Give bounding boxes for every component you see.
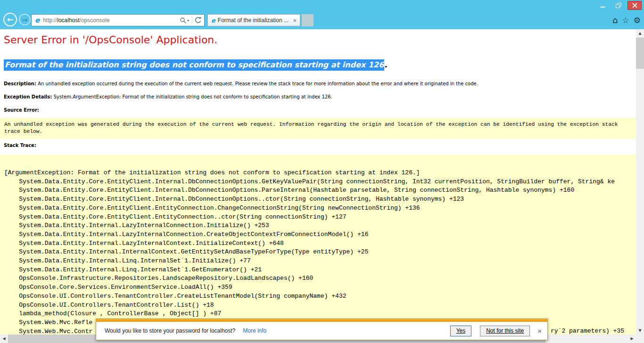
notification-close-icon[interactable]: × [537,327,542,335]
description-text: An unhandled exception occurred during t… [38,81,478,86]
browser-window: ← → e http://localhost/opsconsole ▾ [0,0,644,343]
favorites-star-icon[interactable]: ☆ [622,16,629,24]
scroll-left-icon[interactable]: ◀ [0,335,8,343]
ie-favicon-icon: e [35,17,40,24]
url-path: /opsconsole [80,17,110,24]
tools-gear-icon[interactable]: ⚙ [634,16,641,24]
url-host: localhost [57,17,79,24]
close-icon [632,3,637,8]
notification-content: Would you like to store your password fo… [96,322,547,340]
exception-details-text: System.ArgumentException: Format of the … [54,94,332,99]
new-tab-button[interactable] [302,14,314,26]
vertical-scrollbar-thumb[interactable] [636,38,644,69]
notification-message: Would you like to store your password fo… [105,327,235,334]
stack-trace-right-fragment: ry`2 parameters) +35 [551,327,624,335]
url-text: http://localhost/opsconsole [43,17,109,24]
source-error-label: Source Error: [4,107,39,113]
description-label: Description: [4,81,38,86]
yes-button[interactable]: Yes [450,326,472,336]
source-error-box: An unhandled exception was generated dur… [0,118,636,139]
password-notification-bar: Would you like to store your password fo… [96,318,548,340]
error-message-period: . [384,60,387,69]
not-for-this-site-button[interactable]: Not for this site [480,326,530,336]
tab-title: Format of the initialization ... [218,17,290,24]
browser-chrome: ← → e http://localhost/opsconsole ▾ [0,0,644,29]
error-message-selected-text: Format of the initialization string does… [4,59,384,71]
description-line: Description: An unhandled exception occu… [4,81,478,86]
tab-favicon-icon: e [211,17,215,24]
restore-button[interactable] [611,1,626,10]
address-bar-controls: ▾ [180,16,202,24]
back-button[interactable]: ← [3,13,17,26]
scroll-right-icon[interactable]: ▶ [628,335,636,343]
forward-button[interactable]: → [19,14,31,25]
search-dropdown-caret-icon[interactable]: ▾ [187,18,189,23]
tab-close-icon[interactable]: × [293,17,297,24]
close-button[interactable] [627,1,642,10]
error-page: Server Error in '/OpsConsole' Applicatio… [0,29,636,335]
exception-details-line: Exception Details: System.ArgumentExcept… [4,94,332,99]
forward-icon: → [22,16,28,24]
scroll-down-icon[interactable]: ▼ [636,327,644,335]
restore-icon [616,3,622,8]
address-divider [192,16,192,24]
more-info-link[interactable]: More info [243,327,266,334]
page-title: Server Error in '/OpsConsole' Applicatio… [4,34,217,46]
search-icon[interactable] [180,17,186,24]
home-icon[interactable]: ⌂ [612,16,618,24]
url-scheme: http:// [43,17,57,24]
scroll-up-icon[interactable]: ▲ [636,29,644,37]
address-bar[interactable]: e http://localhost/opsconsole ▾ [31,14,205,26]
caption-buttons [594,1,642,10]
minimize-button[interactable] [595,1,610,10]
stack-trace-box: [ArgumentException: Format of the initia… [0,155,636,335]
stack-trace-label: Stack Trace: [4,143,36,148]
back-icon: ← [7,15,13,24]
scrollbar-corner [636,335,644,343]
minimize-icon [600,3,605,8]
exception-details-label: Exception Details: [4,94,54,99]
refresh-icon[interactable] [194,16,202,24]
browser-toolbar-icons: ⌂ ☆ ⚙ [608,13,641,27]
browser-tab[interactable]: e Format of the initialization ... × [207,14,300,26]
vertical-scrollbar[interactable]: ▲ ▼ [636,29,644,335]
error-message: Format of the initialization string does… [4,60,387,69]
